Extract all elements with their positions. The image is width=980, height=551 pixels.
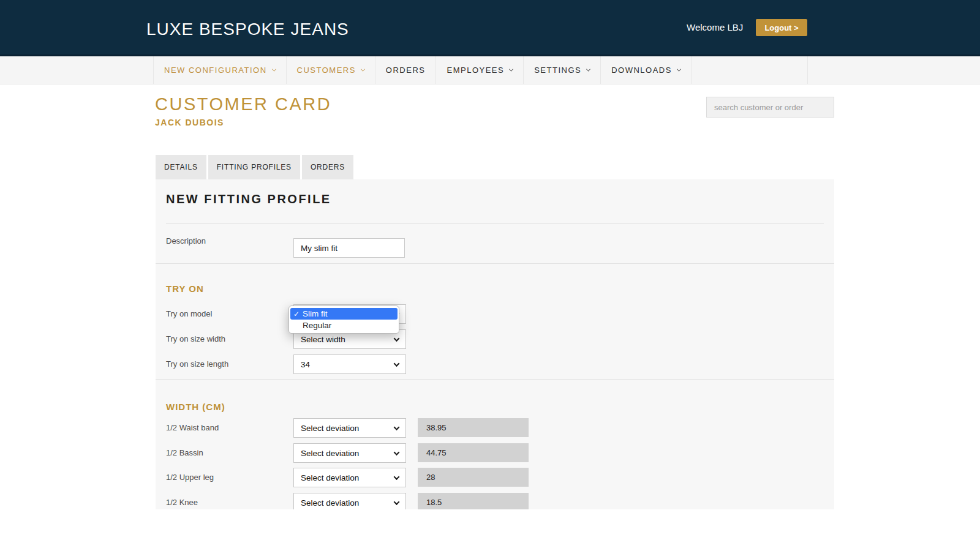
waist-band-label: 1/2 Waist band — [166, 423, 219, 432]
chevron-down-icon — [361, 67, 365, 72]
chevron-down-icon — [394, 449, 400, 455]
model-dropdown-menu: ✓ Slim fit Regular — [288, 305, 399, 334]
nav-item-downloads[interactable]: DOWNLOADS — [600, 56, 692, 84]
divider — [156, 263, 834, 264]
try-on-model-label: Try on model — [166, 309, 212, 318]
nav-item-settings[interactable]: SETTINGS — [523, 56, 600, 84]
fitting-profile-panel: NEW FITTING PROFILE Description TRY ON T… — [156, 179, 834, 509]
nav-item-label: EMPLOYEES — [447, 66, 504, 75]
chevron-down-icon — [394, 474, 400, 480]
chevron-down-icon — [677, 67, 681, 72]
tab-orders[interactable]: ORDERS — [302, 155, 353, 179]
app: LUXE BESPOKE JEANS Welcome LBJ Logout > … — [0, 0, 980, 551]
chevron-down-icon — [394, 335, 400, 342]
checkmark-icon: ✓ — [290, 310, 303, 318]
select-value: Select deviation — [301, 424, 359, 433]
try-on-size-width-label: Try on size width — [166, 334, 225, 343]
try-on-size-length-select[interactable]: 34 — [293, 354, 406, 374]
chevron-down-icon — [394, 424, 400, 430]
page-title: CUSTOMER CARD — [155, 94, 331, 114]
search-input[interactable] — [706, 97, 834, 118]
tab-fitting-profiles[interactable]: FITTING PROFILES — [208, 155, 300, 179]
select-value: Select deviation — [301, 498, 359, 508]
width-cm-heading: WIDTH (CM) — [166, 402, 225, 412]
tab-details[interactable]: DETAILS — [156, 155, 206, 179]
nav-item-label: DOWNLOADS — [611, 66, 672, 75]
logout-button[interactable]: Logout > — [756, 19, 807, 36]
chevron-down-icon — [271, 67, 276, 72]
try-on-size-length-label: Try on size length — [166, 359, 228, 369]
knee-deviation-select[interactable]: Select deviation — [293, 493, 406, 509]
select-value: Select deviation — [301, 473, 359, 482]
upper-leg-deviation-select[interactable]: Select deviation — [293, 468, 406, 487]
dropdown-option-regular[interactable]: Regular — [290, 320, 398, 331]
nav-item-label: ORDERS — [386, 66, 426, 75]
bassin-measurement: 44.75 — [418, 443, 529, 462]
nav-item-orders[interactable]: ORDERS — [375, 56, 436, 84]
chevron-down-icon — [509, 67, 513, 72]
customer-name: JACK DUBOIS — [155, 118, 224, 127]
bassin-deviation-select[interactable]: Select deviation — [293, 443, 406, 463]
waist-band-deviation-select[interactable]: Select deviation — [293, 418, 406, 438]
welcome-text: Welcome LBJ — [687, 22, 743, 32]
divider — [166, 223, 824, 224]
upper-leg-label: 1/2 Upper leg — [166, 473, 214, 482]
select-value: Select width — [301, 335, 345, 344]
brand-title: LUXE BESPOKE JEANS — [146, 20, 349, 39]
divider — [156, 379, 834, 380]
nav-items: NEW CONFIGURATION CUSTOMERS ORDERS EMPLO… — [153, 56, 692, 84]
nav-item-new-configuration[interactable]: NEW CONFIGURATION — [153, 56, 286, 84]
option-label: Regular — [303, 321, 331, 330]
chevron-down-icon — [586, 67, 590, 72]
nav-divider — [807, 56, 808, 84]
upper-leg-measurement: 28 — [418, 468, 529, 487]
nav-item-employees[interactable]: EMPLOYEES — [435, 56, 523, 84]
description-label: Description — [166, 236, 206, 246]
knee-measurement: 18.5 — [418, 493, 529, 509]
nav-item-label: SETTINGS — [534, 66, 581, 75]
bassin-label: 1/2 Bassin — [166, 448, 203, 457]
chevron-down-icon — [394, 499, 400, 505]
chevron-down-icon — [394, 361, 400, 367]
knee-label: 1/2 Knee — [166, 498, 198, 507]
customer-tabs: DETAILS FITTING PROFILES ORDERS — [156, 155, 353, 179]
main-nav: NEW CONFIGURATION CUSTOMERS ORDERS EMPLO… — [0, 56, 980, 84]
nav-item-label: CUSTOMERS — [297, 66, 356, 75]
nav-item-label: NEW CONFIGURATION — [164, 66, 267, 75]
waist-band-measurement: 38.95 — [418, 418, 529, 437]
dropdown-option-slim-fit[interactable]: ✓ Slim fit — [290, 308, 398, 320]
select-value: 34 — [301, 360, 310, 369]
select-value: Select deviation — [301, 449, 359, 458]
top-header: LUXE BESPOKE JEANS Welcome LBJ Logout > — [0, 0, 980, 56]
nav-item-customers[interactable]: CUSTOMERS — [286, 56, 375, 84]
form-heading: NEW FITTING PROFILE — [166, 192, 331, 206]
try-on-heading: TRY ON — [166, 283, 204, 294]
option-label: Slim fit — [303, 309, 328, 318]
description-input[interactable] — [293, 238, 405, 258]
